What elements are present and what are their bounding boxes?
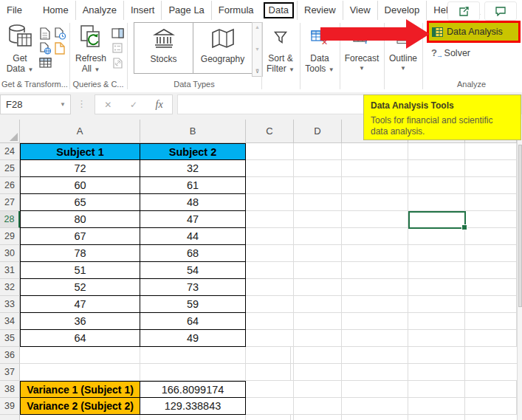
- empty-cells[interactable]: [246, 143, 517, 160]
- empty-cells[interactable]: [20, 347, 517, 364]
- cell-a31[interactable]: 51: [20, 262, 140, 279]
- name-box-dropdown-icon[interactable]: ▼: [60, 101, 66, 108]
- name-box[interactable]: F28 ▼: [0, 94, 71, 114]
- empty-cells[interactable]: [246, 313, 517, 330]
- cell-b28[interactable]: 47: [140, 211, 246, 228]
- cell-a24-subject1-header[interactable]: Subject 1: [20, 143, 140, 160]
- cell-b31[interactable]: 54: [140, 262, 246, 279]
- column-header-a[interactable]: A: [20, 120, 140, 143]
- tab-file[interactable]: File: [0, 1, 29, 20]
- tab-analyze[interactable]: Analyze: [75, 1, 123, 20]
- row-header-27[interactable]: 27: [0, 194, 20, 211]
- tab-insert[interactable]: Insert: [123, 1, 162, 20]
- empty-cells[interactable]: [20, 364, 517, 381]
- cell-b33[interactable]: 59: [140, 296, 246, 313]
- gallery-down-icon[interactable]: ▼: [255, 47, 260, 52]
- row-header-39[interactable]: 39: [0, 398, 20, 415]
- cell-a32[interactable]: 52: [20, 279, 140, 296]
- empty-cells[interactable]: [246, 160, 517, 177]
- row-header-35[interactable]: 35: [0, 330, 20, 347]
- row-header-34[interactable]: 34: [0, 313, 20, 330]
- scrollbar-thumb[interactable]: [518, 145, 522, 307]
- empty-cells[interactable]: [246, 228, 517, 245]
- cell-a34[interactable]: 36: [20, 313, 140, 330]
- recent-sources-icon[interactable]: [53, 27, 66, 40]
- stocks-button[interactable]: Stocks: [134, 22, 193, 74]
- row-header-32[interactable]: 32: [0, 279, 20, 296]
- cell-b26[interactable]: 61: [140, 177, 246, 194]
- cell-b29[interactable]: 44: [140, 228, 246, 245]
- empty-cells[interactable]: [246, 381, 517, 398]
- empty-cells[interactable]: [20, 415, 517, 420]
- gallery-more-icon[interactable]: ⊽: [255, 69, 259, 75]
- sort-filter-button[interactable]: Sort & Filter ▼: [263, 22, 298, 75]
- empty-cells[interactable]: [246, 245, 517, 262]
- tab-formulas[interactable]: Formula: [211, 1, 261, 20]
- cell-b39-variance2-value[interactable]: 129.338843: [140, 398, 246, 415]
- tab-home[interactable]: Home: [36, 1, 75, 20]
- tab-data[interactable]: Data: [264, 2, 294, 18]
- vertical-scrollbar[interactable]: [517, 120, 522, 420]
- get-data-button[interactable]: Get Data ▼: [4, 22, 35, 75]
- from-table-range-icon[interactable]: [38, 56, 52, 69]
- geography-button[interactable]: Geography: [193, 22, 253, 74]
- row-header-37[interactable]: 37: [0, 364, 20, 381]
- from-text-file-icon[interactable]: [38, 27, 52, 40]
- row-header-24[interactable]: 24: [0, 143, 20, 160]
- cell-b38-variance1-value[interactable]: 166.8099174: [140, 381, 246, 398]
- row-header-36[interactable]: 36: [0, 347, 20, 364]
- row-header-30[interactable]: 30: [0, 245, 20, 262]
- insert-function-button[interactable]: fx: [156, 99, 163, 111]
- row-header-29[interactable]: 29: [0, 228, 20, 245]
- gallery-up-icon[interactable]: ▲: [255, 24, 260, 30]
- row-header-40[interactable]: [0, 415, 20, 420]
- empty-cells[interactable]: [246, 194, 517, 211]
- comments-button[interactable]: [484, 1, 517, 21]
- queries-connections-icon[interactable]: [111, 27, 124, 40]
- cell-b30[interactable]: 68: [140, 245, 246, 262]
- cell-b32[interactable]: 73: [140, 279, 246, 296]
- empty-cells[interactable]: [246, 296, 517, 313]
- cell-a26[interactable]: 60: [20, 177, 140, 194]
- data-analysis-button[interactable]: Data Analysis: [427, 21, 521, 43]
- column-header-c[interactable]: C: [246, 120, 294, 143]
- cell-b34[interactable]: 64: [140, 313, 246, 330]
- refresh-all-button[interactable]: Refresh All ▼: [74, 22, 108, 75]
- row-header-33[interactable]: 33: [0, 296, 20, 313]
- share-button[interactable]: [447, 1, 480, 21]
- existing-connections-icon[interactable]: [53, 41, 66, 55]
- cell-b35[interactable]: 49: [140, 330, 246, 347]
- solver-button[interactable]: ?→ Solver: [431, 47, 470, 58]
- cell-a35[interactable]: 64: [20, 330, 140, 347]
- cell-b25[interactable]: 32: [140, 160, 246, 177]
- cell-a38-variance1-label[interactable]: Variance 1 (Subject 1): [20, 381, 140, 398]
- empty-cells[interactable]: [246, 398, 517, 415]
- row-header-26[interactable]: 26: [0, 177, 20, 194]
- empty-cells[interactable]: [246, 279, 517, 296]
- from-web-icon[interactable]: [38, 41, 52, 55]
- selected-cell-f28[interactable]: [408, 211, 466, 229]
- empty-cells[interactable]: [246, 177, 517, 194]
- empty-cells[interactable]: [246, 211, 517, 228]
- cell-a30[interactable]: 78: [20, 245, 140, 262]
- cancel-button[interactable]: ✕: [104, 100, 111, 110]
- cell-a25[interactable]: 72: [20, 160, 140, 177]
- row-header-31[interactable]: 31: [0, 262, 20, 279]
- fill-handle[interactable]: [461, 224, 467, 230]
- cell-a33[interactable]: 47: [20, 296, 140, 313]
- column-header-b[interactable]: B: [140, 120, 246, 143]
- select-all-corner[interactable]: [0, 120, 20, 143]
- enter-button[interactable]: ✓: [130, 100, 137, 110]
- row-header-38[interactable]: 38: [0, 381, 20, 398]
- row-header-25[interactable]: 25: [0, 160, 20, 177]
- cell-b27[interactable]: 48: [140, 194, 246, 211]
- tab-page-layout[interactable]: Page La: [161, 1, 210, 20]
- cell-b24-subject2-header[interactable]: Subject 2: [140, 143, 246, 160]
- column-header-d[interactable]: D: [294, 120, 342, 143]
- empty-cells[interactable]: [246, 262, 517, 279]
- cell-a39-variance2-label[interactable]: Variance 2 (Subject 2): [20, 398, 140, 415]
- cell-a27[interactable]: 65: [20, 194, 140, 211]
- empty-cells[interactable]: [246, 330, 517, 347]
- row-header-28-selected[interactable]: 28: [0, 211, 20, 228]
- cell-a28[interactable]: 80: [20, 211, 140, 228]
